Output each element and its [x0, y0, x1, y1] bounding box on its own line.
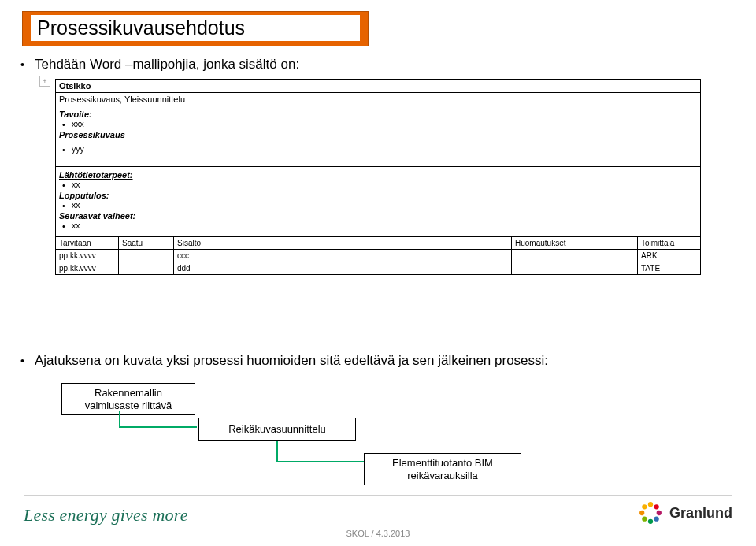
svg-point-4 [654, 517, 659, 522]
svg-point-5 [648, 519, 653, 524]
cell-toimittaja: ARK [638, 250, 701, 262]
cell-huom [512, 262, 638, 275]
fb1-line2: valmiusaste riittävä [85, 399, 172, 411]
ws-lahto-section: Lähtötietotarpeet: xx Lopputulos: xx Seu… [55, 166, 701, 237]
svg-point-1 [648, 502, 653, 507]
svg-point-8 [642, 504, 647, 509]
ws-seur-val: xx [59, 221, 697, 230]
flow-box-reikakuvasuunnittelu: Reikäkuvasuunnittelu [198, 418, 356, 441]
svg-point-7 [639, 511, 644, 515]
th-saatu: Saatu [119, 237, 174, 250]
table-row: pp.kk.vvvv ddd TATE [56, 262, 701, 275]
slide-title: Prosessikuvausehdotus [31, 15, 360, 41]
svg-point-2 [654, 504, 659, 509]
word-template-screenshot: + Otsikko Prosessikuvaus, Yleissuunnitte… [55, 79, 701, 275]
flow-box-elementtituotanto: Elementtituotanto BIM reikävarauksilla [364, 453, 521, 485]
brand-name: Granlund [669, 505, 732, 522]
cell-tarvitaan: pp.kk.vvvv [56, 262, 119, 275]
svg-point-6 [642, 517, 647, 522]
ws-table: Tarvitaan Saatu Sisältö Huomautukset Toi… [55, 236, 701, 275]
ws-lopputulos-label: Lopputulos: [59, 191, 697, 200]
ws-lopputulos-val: xx [59, 200, 697, 210]
th-sisalto: Sisältö [174, 237, 512, 250]
cell-sisalto: ccc [174, 250, 512, 262]
cell-huom [512, 250, 638, 262]
slogan: Less energy gives more [24, 505, 188, 526]
ws-prosessikuvaus-label: Prosessikuvaus [59, 130, 697, 139]
cell-saatu [119, 262, 174, 275]
th-huomautukset: Huomautukset [512, 237, 638, 250]
cell-saatu [119, 250, 174, 262]
ws-tavoite-label: Tavoite: [59, 110, 697, 119]
fb3-line1: Elementtituotanto BIM [392, 457, 493, 469]
th-toimittaja: Toimittaja [638, 237, 701, 250]
ws-header2: Prosessikuvaus, Yleissuunnittelu [55, 92, 701, 106]
connector-2 [276, 440, 370, 466]
th-tarvitaan: Tarvitaan [56, 237, 119, 250]
ws-seur-label: Seuraavat vaiheet: [59, 211, 697, 221]
svg-point-0 [647, 510, 653, 515]
cell-sisalto: ddd [174, 262, 512, 275]
svg-point-3 [657, 511, 662, 515]
ws-tavoite-section: Tavoite: xxx Prosessikuvaus yyy [55, 106, 701, 167]
fb1-line1: Rakennemallin [94, 387, 162, 399]
ws-prosessikuvaus-val: yyy [59, 144, 697, 154]
slide-title-banner: Prosessikuvausehdotus [22, 11, 369, 46]
flow-box-rakennemalli: Rakennemallin valmiusaste riittävä [61, 383, 195, 415]
ws-tavoite-val: xxx [59, 119, 697, 128]
cell-tarvitaan: pp.kk.vvvv [56, 250, 119, 262]
anchor-marker: + [39, 76, 50, 87]
brand-logo: Granlund [636, 499, 732, 527]
fb3-line2: reikävarauksilla [407, 470, 478, 481]
ws-otsikko: Otsikko [55, 79, 701, 93]
cell-toimittaja: TATE [638, 262, 701, 275]
bullet-intro: Tehdään Word –mallipohjia, jonka sisältö… [35, 57, 299, 72]
footer-center: SKOL / 4.3.2013 [0, 529, 756, 538]
table-header-row: Tarvitaan Saatu Sisältö Huomautukset Toi… [56, 237, 701, 250]
footer-divider [24, 495, 732, 496]
sun-burst-icon [636, 499, 665, 527]
bullet-process-idea: Ajatuksena on kuvata yksi prosessi huomi… [35, 353, 548, 369]
ws-lahto-val: xx [59, 180, 697, 189]
ws-lahto-label: Lähtötietotarpeet: [59, 170, 697, 180]
table-row: pp.kk.vvvv ccc ARK [56, 250, 701, 262]
